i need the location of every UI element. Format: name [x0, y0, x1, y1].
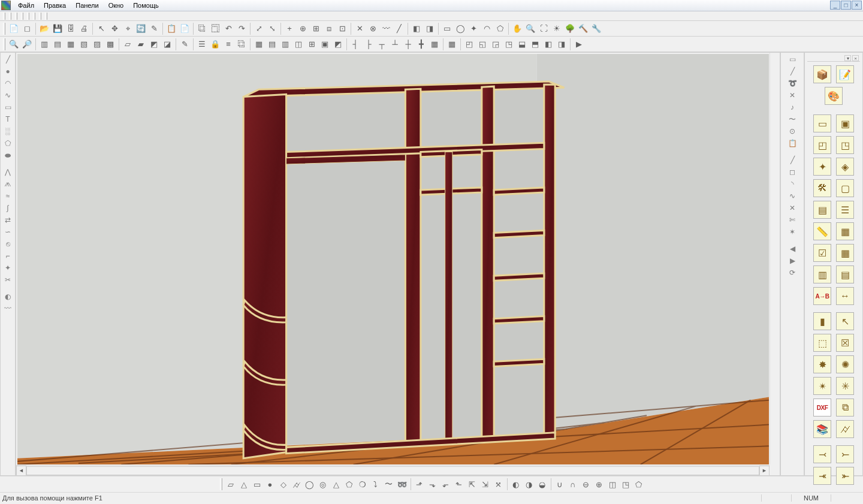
wrench-button[interactable]: 🔧	[590, 22, 603, 35]
wall7-button[interactable]: ◧	[542, 38, 555, 51]
cross-tool[interactable]: ✕	[786, 90, 798, 101]
mirror1-button[interactable]: +	[283, 22, 296, 35]
extr4-button[interactable]: ⬑	[452, 478, 466, 491]
wall4-button[interactable]: ◳	[502, 38, 515, 51]
menu-panels[interactable]: Панели	[71, 1, 103, 10]
bool4-button[interactable]: ⊕	[593, 478, 606, 491]
rev1-button[interactable]: ◐	[509, 478, 523, 491]
dist4-button[interactable]: ┴	[388, 38, 402, 51]
wall1-button[interactable]: ◰	[463, 38, 476, 51]
grip-icon[interactable]	[27, 13, 29, 20]
align-l-button[interactable]: ◧	[410, 22, 423, 35]
crossx-button[interactable]: ⊗	[366, 22, 379, 35]
bool5-button[interactable]: ◫	[606, 478, 619, 491]
box6-button[interactable]: ▩	[104, 38, 117, 51]
grid5-button[interactable]: ⊞	[305, 38, 318, 51]
transform2-button[interactable]: ⤡	[265, 22, 279, 35]
cyl-button[interactable]: ⌭	[290, 478, 303, 491]
sphere-button[interactable]: ◯	[303, 478, 316, 491]
menu-edit[interactable]: Правка	[39, 1, 71, 10]
arrow-ab-palette-button[interactable]: A→B	[813, 287, 831, 305]
snap-button[interactable]: ✥	[108, 22, 121, 35]
grip-icon[interactable]	[15, 13, 17, 20]
fit-button[interactable]: ⛶	[537, 22, 550, 35]
break-tool[interactable]: ⎋	[2, 239, 14, 249]
dist1-button[interactable]: ┤	[349, 38, 362, 51]
dist2-button[interactable]: ├	[362, 38, 375, 51]
extr1-button[interactable]: ⬏	[413, 478, 426, 491]
layer-button[interactable]: ☰	[195, 38, 209, 51]
box-stack-palette-button[interactable]: ⧉	[836, 399, 854, 417]
line2-tool[interactable]: ╱	[786, 155, 798, 165]
sheet3-button[interactable]: ◩	[147, 38, 161, 51]
sheet-edit-palette-button[interactable]: 📝	[836, 65, 854, 83]
wall2-button[interactable]: ◱	[476, 38, 489, 51]
mirror2-button[interactable]: ⊕	[296, 22, 309, 35]
wave-button[interactable]: 〜	[382, 478, 396, 491]
rect-tool[interactable]: ▭	[2, 102, 14, 113]
scroll-right-icon[interactable]: ►	[759, 466, 770, 476]
circle-button[interactable]: ●	[264, 478, 277, 491]
table-col-palette-button[interactable]: ▤	[836, 265, 854, 283]
dxf-palette-button[interactable]: DXF	[813, 399, 831, 417]
box5-button[interactable]: ▨	[90, 38, 104, 51]
rect-tool[interactable]: ▭	[786, 54, 798, 65]
table-palette-button[interactable]: ▦	[836, 222, 854, 240]
rev3-button[interactable]: ◒	[536, 478, 549, 491]
box2-button[interactable]: ▤	[51, 38, 64, 51]
draft-tool[interactable]: 〰	[2, 303, 14, 314]
play-button[interactable]: ▶	[572, 38, 586, 51]
doc-lines-palette-button[interactable]: ☰	[836, 201, 854, 219]
maximize-button[interactable]: □	[841, 1, 851, 10]
arc2-tool[interactable]: ◝	[786, 179, 798, 189]
sheet4-button[interactable]: ◪	[161, 38, 174, 51]
cut-tool[interactable]: ✄	[786, 215, 798, 225]
grid6-button[interactable]: ▣	[318, 38, 331, 51]
rot-tool[interactable]: ⟳	[786, 267, 798, 278]
lock-button[interactable]: 🔒	[209, 38, 222, 51]
scroll-left-icon[interactable]: ◄	[16, 466, 26, 476]
wall5-button[interactable]: ⬓	[515, 38, 529, 51]
mirror5-button[interactable]: ⊡	[336, 22, 349, 35]
grip-icon[interactable]	[3, 23, 5, 35]
file-saveas-button[interactable]: 🗄	[64, 22, 77, 35]
square-tool[interactable]: ◻	[786, 167, 798, 177]
file-blank-button[interactable]: ◻	[20, 22, 34, 35]
line-tool[interactable]: ╱	[2, 54, 14, 65]
scrollbar-vertical[interactable]	[770, 53, 780, 464]
hatch-tool[interactable]: ░	[2, 126, 14, 137]
n-curve-tool[interactable]: ∽	[2, 227, 14, 237]
panel-check-palette-button[interactable]: ☑	[813, 244, 831, 262]
star-button[interactable]: ✦	[467, 22, 480, 35]
grip-icon[interactable]	[3, 13, 5, 20]
box-x-red-palette-button[interactable]: ☒	[836, 334, 854, 352]
curl-tool[interactable]: ➰	[786, 78, 798, 89]
palette-close-icon[interactable]: ×	[852, 55, 859, 61]
burst-palette-button[interactable]: ✸	[813, 355, 831, 373]
pencil-button[interactable]: ✎	[147, 22, 161, 35]
reverse-tool[interactable]: ⇄	[2, 215, 14, 225]
menu-help[interactable]: Помощь	[128, 1, 164, 10]
ungroup-button[interactable]: ⿹	[209, 22, 222, 35]
menu-file[interactable]: Файл	[13, 1, 39, 10]
zoom-in-button[interactable]: 🔎	[20, 38, 34, 51]
menu-window[interactable]: Окно	[104, 1, 129, 10]
teardrop-button[interactable]: ❍	[356, 478, 369, 491]
bool1-button[interactable]: ∪	[553, 478, 566, 491]
palette-palette-button[interactable]: 🎨	[825, 87, 843, 105]
panel-outline-palette-button[interactable]: ▢	[836, 179, 854, 197]
note-tool[interactable]: ♪	[786, 102, 798, 113]
palette-pin-icon[interactable]: ▾	[844, 55, 851, 61]
poly-button[interactable]: ⬠	[493, 22, 506, 35]
pointer-button[interactable]: ↖	[95, 22, 108, 35]
table-button[interactable]: ▦	[445, 38, 458, 51]
sun-button[interactable]: ☀	[550, 22, 563, 35]
burst-g-palette-button[interactable]: ✳	[836, 377, 854, 395]
edit-pen-button[interactable]: ✎	[178, 38, 191, 51]
ellipse-tool[interactable]: ⬬	[2, 150, 14, 161]
scissor-tool[interactable]: ✂	[2, 274, 14, 285]
arrow-l-tool[interactable]: ◀	[786, 243, 798, 254]
end-r-palette-button[interactable]: ⤚	[836, 445, 854, 463]
burst-k-palette-button[interactable]: ✴	[813, 377, 831, 395]
doc-list-palette-button[interactable]: ▤	[813, 201, 831, 219]
